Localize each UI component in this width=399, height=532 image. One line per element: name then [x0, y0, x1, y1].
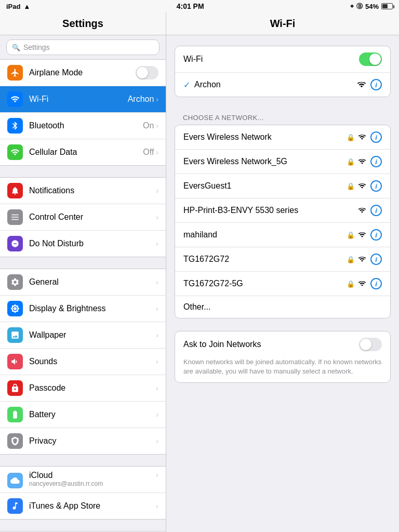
- network-row[interactable]: HP-Print-B3-ENVY 5530 series i: [175, 198, 390, 223]
- sidebar-item-battery[interactable]: Battery ›: [0, 402, 166, 428]
- search-input[interactable]: Settings: [23, 43, 50, 51]
- checkmark-icon: ✓: [183, 80, 190, 90]
- network-name: Evers Wireless Network: [183, 132, 347, 142]
- notifications-chevron: ›: [156, 187, 158, 195]
- general-chevron: ›: [156, 278, 158, 286]
- status-right: ⌖ Ⓑ 54%: [350, 2, 393, 11]
- sounds-label: Sounds: [29, 357, 156, 366]
- sidebar-item-cellular[interactable]: Cellular Data Off ›: [0, 139, 166, 165]
- connected-network-info-btn[interactable]: i: [370, 79, 382, 90]
- choose-network-label: CHOOSE A NETWORK...: [175, 110, 391, 125]
- signal-icon: [358, 183, 366, 189]
- network-info-btn[interactable]: i: [370, 254, 382, 265]
- airplane-mode-icon: [7, 65, 23, 81]
- sidebar-item-passcode[interactable]: Passcode ›: [0, 375, 166, 402]
- wifi-chevron: ›: [156, 95, 158, 103]
- search-icon: 🔍: [12, 44, 20, 51]
- ask-to-join-card: Ask to Join Networks Known networks will…: [175, 331, 391, 383]
- do-not-disturb-icon: [7, 236, 23, 251]
- network-info-btn[interactable]: i: [370, 131, 382, 143]
- network-info-btn[interactable]: i: [370, 156, 382, 167]
- network-row[interactable]: EversGuest1 🔒 i: [175, 174, 390, 198]
- settings-group-system: Notifications › Control Center › Do Not …: [0, 177, 166, 257]
- wifi-toggle[interactable]: [359, 52, 382, 66]
- control-center-label: Control Center: [29, 212, 156, 222]
- right-panel: Wi-Fi Wi-Fi ✓ Archon i: [166, 12, 399, 532]
- icloud-label: iCloud: [29, 471, 156, 480]
- signal-icon: [358, 134, 366, 140]
- wifi-toggle-row: Wi-Fi: [175, 46, 390, 73]
- battery-label: Battery: [29, 410, 156, 419]
- wallpaper-chevron: ›: [156, 331, 158, 339]
- general-label: General: [29, 277, 156, 287]
- sidebar-item-sounds[interactable]: Sounds ›: [0, 349, 166, 375]
- bluetooth-icon: Ⓑ: [356, 2, 363, 11]
- status-time: 4:01 PM: [177, 2, 204, 10]
- bluetooth-chevron: ›: [156, 122, 158, 130]
- settings-group-connectivity: Airplane Mode Wi-Fi Archon › Bluetooth: [0, 59, 166, 166]
- sidebar-item-general[interactable]: General ›: [0, 269, 166, 296]
- bluetooth-value: On: [143, 121, 154, 130]
- sidebar-item-control-center[interactable]: Control Center ›: [0, 204, 166, 231]
- wifi-value: Archon: [128, 95, 154, 104]
- display-brightness-chevron: ›: [156, 304, 158, 313]
- right-panel-title: Wi-Fi: [270, 18, 296, 29]
- network-row[interactable]: TG1672G72 🔒 i: [175, 247, 390, 272]
- do-not-disturb-chevron: ›: [156, 240, 158, 248]
- wifi-status-icon: ▲: [23, 3, 30, 10]
- sidebar-item-display-brightness[interactable]: Display & Brightness ›: [0, 296, 166, 322]
- search-input-wrap[interactable]: 🔍 Settings: [6, 39, 159, 55]
- main-layout: Settings 🔍 Settings Airplane Mode: [0, 12, 399, 532]
- network-info-btn[interactable]: i: [370, 180, 382, 192]
- network-row-other[interactable]: Other...: [175, 296, 390, 318]
- itunes-label: iTunes & App Store: [29, 501, 156, 511]
- sidebar-item-wallpaper[interactable]: Wallpaper ›: [0, 322, 166, 349]
- cellular-chevron: ›: [156, 148, 158, 156]
- wifi-connected-row[interactable]: ✓ Archon i: [175, 73, 390, 97]
- cellular-label: Cellular Data: [29, 148, 143, 157]
- network-row[interactable]: Evers Wireless Network_5G 🔒 i: [175, 150, 390, 174]
- sidebar-item-icloud[interactable]: iCloud nancyevers@austin.rr.com ›: [0, 467, 166, 493]
- battery-setting-icon: [7, 407, 23, 422]
- sidebar-item-notifications[interactable]: Notifications ›: [0, 178, 166, 204]
- network-name: mahiland: [183, 230, 347, 240]
- notifications-label: Notifications: [29, 186, 156, 195]
- sidebar-item-itunes[interactable]: iTunes & App Store ›: [0, 493, 166, 519]
- status-left: iPad ▲: [6, 3, 30, 10]
- right-header: Wi-Fi: [166, 12, 399, 35]
- display-brightness-label: Display & Brightness: [29, 304, 156, 313]
- sidebar-item-wifi[interactable]: Wi-Fi Archon ›: [0, 86, 166, 113]
- passcode-label: Passcode: [29, 383, 156, 393]
- battery-icon: [381, 3, 393, 9]
- itunes-chevron: ›: [156, 502, 158, 510]
- sidebar-item-do-not-disturb[interactable]: Do Not Disturb ›: [0, 231, 166, 257]
- icloud-icon: [7, 473, 23, 488]
- airplane-mode-toggle[interactable]: [136, 66, 158, 79]
- left-header: Settings: [0, 12, 166, 35]
- network-info-btn[interactable]: i: [370, 229, 382, 241]
- control-center-icon: [7, 209, 23, 225]
- network-row[interactable]: mahiland 🔒 i: [175, 223, 390, 247]
- network-row[interactable]: Evers Wireless Network 🔒 i: [175, 125, 390, 150]
- wifi-main-card: Wi-Fi ✓ Archon i: [175, 46, 391, 97]
- network-info-btn[interactable]: i: [370, 278, 382, 289]
- ask-to-join-row: Ask to Join Networks: [175, 331, 390, 357]
- wifi-toggle-label: Wi-Fi: [183, 55, 359, 64]
- settings-group-accounts: iCloud nancyevers@austin.rr.com › iTunes…: [0, 466, 166, 520]
- sidebar-item-airplane-mode[interactable]: Airplane Mode: [0, 60, 166, 86]
- battery-chevron: ›: [156, 410, 158, 419]
- sidebar-item-bluetooth[interactable]: Bluetooth On ›: [0, 113, 166, 139]
- lock-icon: 🔒: [347, 280, 355, 288]
- icloud-chevron: ›: [156, 471, 158, 479]
- network-info-btn[interactable]: i: [370, 205, 382, 216]
- wallpaper-icon: [7, 327, 23, 343]
- signal-icon: [358, 256, 366, 262]
- left-panel: Settings 🔍 Settings Airplane Mode: [0, 12, 166, 532]
- ask-to-join-toggle[interactable]: [359, 338, 382, 351]
- network-row[interactable]: TG1672G72-5G 🔒 i: [175, 272, 390, 296]
- network-name: EversGuest1: [183, 181, 347, 191]
- sidebar-item-privacy[interactable]: Privacy ›: [0, 428, 166, 454]
- display-icon: [7, 301, 23, 316]
- network-list: Evers Wireless Network 🔒 i Evers Wireles…: [175, 125, 391, 318]
- signal-icon: [358, 232, 366, 238]
